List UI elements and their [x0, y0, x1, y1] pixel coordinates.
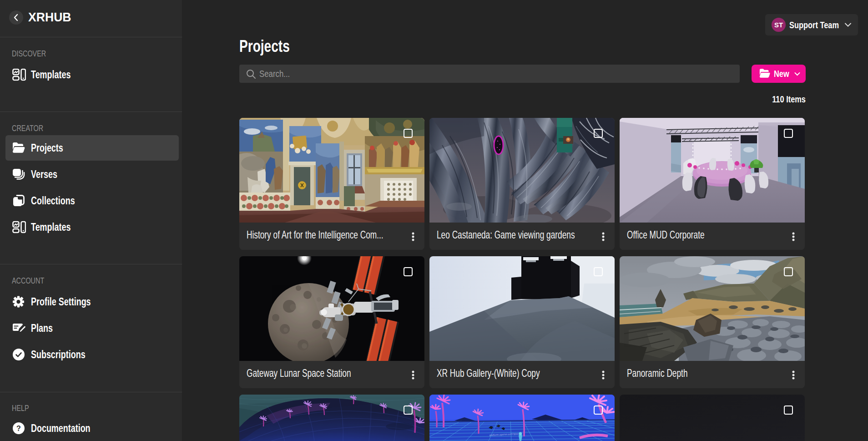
svg-text:?: ?: [16, 425, 21, 432]
